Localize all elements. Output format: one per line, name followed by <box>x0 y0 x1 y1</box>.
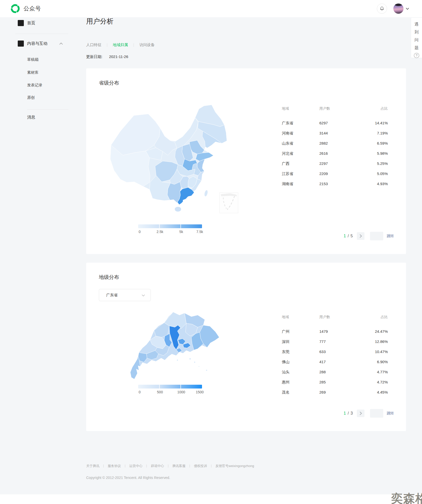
page-jump-input[interactable] <box>370 232 383 240</box>
notification-bell-button[interactable] <box>377 4 387 14</box>
page-jump-link[interactable]: 跳转 <box>387 234 394 238</box>
footer-links: 关于腾讯 服务协议 运营中心 辟谣中心 腾讯客服 侵权投诉 反馈官号weixin… <box>86 464 254 468</box>
page-jump-link[interactable]: 跳转 <box>387 411 394 416</box>
users-cell: 633 <box>319 350 326 354</box>
users-cell: 3144 <box>319 131 328 135</box>
footer-link-operation-center[interactable]: 运营中心 <box>129 464 142 468</box>
region-cell: 汕头 <box>282 370 289 375</box>
sidebar-item-drafts[interactable]: 草稿箱 <box>27 57 39 62</box>
help-char: 到 <box>415 28 419 36</box>
bottom-white-strip <box>0 494 422 504</box>
province-select-value: 广东省 <box>106 293 118 298</box>
percent-cell: 6.59% <box>377 141 388 145</box>
city-card-title: 地级分布 <box>99 274 119 281</box>
province-pagination: 1 / 5 跳转 <box>344 232 394 240</box>
percent-cell: 10.47% <box>375 350 388 354</box>
users-cell: 2153 <box>319 182 328 186</box>
province-distribution-card: 省级分布 <box>86 68 406 254</box>
south-china-sea-inset-map <box>219 192 238 213</box>
tick-label: 7.5k <box>196 230 203 234</box>
footer-link-rumor-center[interactable]: 辟谣中心 <box>151 464 164 468</box>
region-cell: 广西 <box>282 161 289 166</box>
total-pages: 5 <box>351 234 353 238</box>
sidebar-item-original[interactable]: 原创 <box>27 95 35 100</box>
next-page-button[interactable] <box>357 410 364 417</box>
region-cell: 江苏省 <box>282 171 293 176</box>
page-jump-input[interactable] <box>370 409 383 418</box>
page-separator: / <box>348 234 349 238</box>
footer-link-about[interactable]: 关于腾讯 <box>86 464 99 468</box>
footer-link-feedback[interactable]: 反馈官号weixingongzhong <box>215 464 254 468</box>
sidebar-item-label: 内容与互动 <box>27 41 47 46</box>
top-header: 公众号 <box>0 0 422 17</box>
percent-cell: 5.05% <box>377 171 388 176</box>
percent-cell: 5.98% <box>377 151 388 156</box>
footer-link-infringement[interactable]: 侵权投诉 <box>194 464 207 468</box>
users-cell: 2297 <box>319 161 328 166</box>
users-cell: 1479 <box>319 329 328 334</box>
sidebar-item-messages[interactable]: 消息 <box>27 115 35 120</box>
percent-cell: 4.45% <box>377 390 388 394</box>
guangdong-map[interactable] <box>114 302 223 383</box>
region-cell: 湖南省 <box>282 182 293 186</box>
sidebar-item-content-interaction[interactable]: 内容与互动 <box>18 41 63 47</box>
tab-demographics[interactable]: 人口特征 <box>86 43 101 47</box>
region-cell: 茂名 <box>282 390 289 395</box>
percent-cell: 12.86% <box>375 339 388 344</box>
province-table: 地域 用户数 占比 广东省 6297 14.41% 河南省 3144 7.19%… <box>282 68 388 254</box>
home-icon <box>18 20 24 26</box>
page-separator: / <box>348 411 349 416</box>
sidebar-item-home[interactable]: 首页 <box>18 20 35 26</box>
tick-label: 1500 <box>196 390 204 394</box>
region-cell: 山东省 <box>282 141 293 146</box>
analysis-tabs: 人口特征 地域归属 访问设备 <box>86 43 155 47</box>
footer-link-terms[interactable]: 服务协议 <box>108 464 121 468</box>
account-chevron-down-icon[interactable] <box>406 8 409 10</box>
province-select[interactable]: 广东省 <box>99 289 151 301</box>
col-header-region: 地域 <box>282 315 289 319</box>
next-page-button[interactable] <box>357 232 364 240</box>
percent-cell: 5.25% <box>377 161 388 166</box>
footer-link-customer-service[interactable]: 腾讯客服 <box>172 464 186 468</box>
percent-cell: 4.77% <box>377 370 388 374</box>
region-cell: 东莞 <box>282 350 289 354</box>
tick-label: 0 <box>139 390 141 394</box>
account-avatar[interactable] <box>393 4 403 14</box>
tick-label: 2.5k <box>157 230 163 234</box>
color-scale-legend <box>138 385 202 389</box>
chevron-down-icon <box>142 294 145 297</box>
tab-devices[interactable]: 访问设备 <box>139 43 155 47</box>
copyright-text: Copyright © 2012-2021 Tencent. All Right… <box>86 476 170 480</box>
percent-cell: 24.47% <box>375 329 388 334</box>
help-widget[interactable]: 遇 到 问 题 ? <box>411 18 422 58</box>
help-char: 遇 <box>415 20 419 28</box>
brand-logo[interactable]: 公众号 <box>10 4 41 14</box>
mp-logo-icon <box>10 4 20 14</box>
tab-separator <box>107 43 107 47</box>
page-title: 用户分析 <box>86 17 114 26</box>
region-cell: 深圳 <box>282 339 289 344</box>
percent-cell: 7.19% <box>377 131 388 135</box>
users-cell: 285 <box>319 380 326 384</box>
users-cell: 2616 <box>319 151 328 156</box>
percent-cell: 14.41% <box>375 121 388 125</box>
region-cell: 河北省 <box>282 151 293 156</box>
sidebar-item-media-library[interactable]: 素材库 <box>27 70 39 75</box>
users-cell: 417 <box>319 360 326 364</box>
users-cell: 6297 <box>319 121 328 125</box>
sidebar-item-publish-records[interactable]: 发表记录 <box>27 83 42 88</box>
tab-separator <box>134 43 134 47</box>
color-scale-legend <box>138 224 202 228</box>
tick-label: 500 <box>157 390 163 394</box>
update-date-value: 2021-11-26 <box>109 54 128 59</box>
users-cell: 2209 <box>319 171 328 176</box>
brand-name: 公众号 <box>24 5 41 12</box>
col-header-users: 用户数 <box>319 315 330 319</box>
tick-label: 1000 <box>177 390 185 394</box>
col-header-users: 用户数 <box>319 106 330 111</box>
col-header-percent: 占比 <box>381 106 388 111</box>
sidebar-item-label: 首页 <box>27 21 35 26</box>
watermark-text: 奕森格 <box>391 491 422 504</box>
city-table: 地域 用户数 占比 广州 1479 24.47% 深圳 777 12.86% 东… <box>282 263 388 431</box>
tab-region[interactable]: 地域归属 <box>113 43 128 47</box>
